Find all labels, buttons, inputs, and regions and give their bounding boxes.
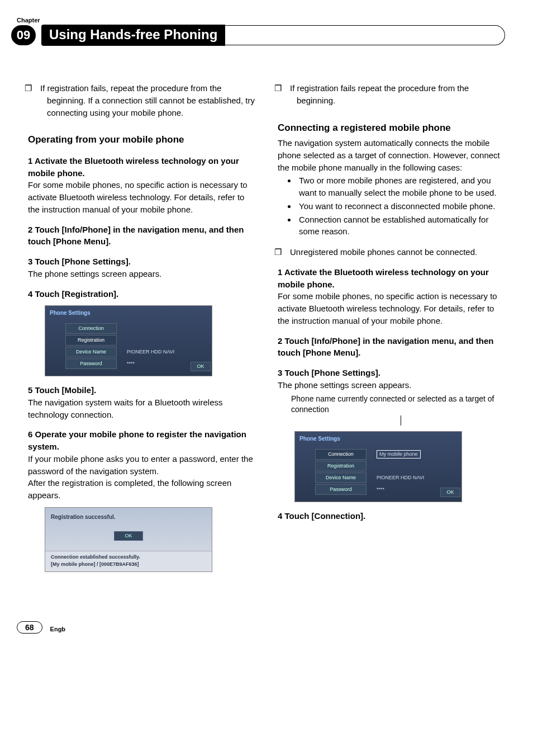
ps-devicename-button[interactable]: Device Name: [65, 347, 117, 357]
step-5-body: The navigation system waits for a Blueto…: [28, 396, 255, 421]
ps2-registration-button[interactable]: Registration: [315, 461, 367, 471]
registration-success-screenshot: Registration successful. OK Connection e…: [45, 507, 212, 573]
ps-password-button[interactable]: Password: [65, 358, 117, 369]
callout-line: [401, 415, 505, 426]
ps2-connection-value: My mobile phone: [377, 450, 421, 459]
step-6-body-2: After the registration is completed, the…: [28, 477, 255, 502]
chapter-number-badge: 09: [11, 25, 36, 45]
footer: 68 Engb: [28, 621, 505, 634]
lang-label: Engb: [50, 626, 66, 632]
ps-ok-button[interactable]: OK: [191, 362, 211, 371]
conn-established-line2: [My mobile phone] / [000E7B9AF636]: [51, 561, 206, 568]
step-1-label: 1 Activate the Bluetooth wireless techno…: [28, 155, 255, 179]
phone-settings-screenshot-1: Phone Settings Connection Registration D…: [45, 305, 212, 376]
chapter-label: Chapter: [17, 17, 505, 23]
step-5-label: 5 Touch [Mobile].: [28, 384, 255, 396]
chapter-title: Using Hands-free Phoning: [41, 25, 225, 46]
step-3-body: The phone settings screen appears.: [28, 268, 255, 280]
heading-connecting-registered: Connecting a registered mobile phone: [278, 121, 505, 135]
note-unregistered: Unregistered mobile phones cannot be con…: [278, 246, 505, 258]
ps2-ok-button[interactable]: OK: [440, 488, 460, 497]
step-3-label: 3 Touch [Phone Settings].: [28, 256, 255, 268]
ps2-password-button[interactable]: Password: [315, 484, 367, 495]
ps-title: Phone Settings: [50, 309, 207, 318]
phone-settings-screenshot-2: Phone Settings ConnectionMy mobile phone…: [294, 431, 462, 502]
callout-caption: Phone name currently connected or select…: [291, 394, 505, 415]
ps-devicename-value: PIONEER HDD NAVI: [127, 348, 174, 356]
ps2-password-value: ****: [377, 486, 384, 493]
note-reg-fail-2: If registration fails repeat the procedu…: [278, 82, 505, 107]
left-column: If registration fails, repeat the proced…: [28, 74, 255, 577]
ps2-devicename-value: PIONEER HDD NAVI: [377, 474, 424, 481]
step-2-label: 2 Touch [Info/Phone] in the navigation m…: [28, 224, 255, 248]
ps2-connection-button[interactable]: Connection: [315, 449, 367, 460]
right-column: If registration fails repeat the procedu…: [278, 74, 505, 577]
conn-established-line1: Connection established successfully.: [51, 554, 206, 561]
case-2: You want to reconnect a disconnected mob…: [297, 200, 505, 212]
r-step-4-label: 4 Touch [Connection].: [278, 510, 505, 522]
ps-password-value: ****: [127, 360, 135, 367]
step-6-label: 6 Operate your mobile phone to register …: [28, 428, 255, 453]
step-1-body: For some mobile phones, no specific acti…: [28, 179, 255, 215]
title-rule: [224, 25, 505, 45]
page-number: 68: [17, 621, 42, 634]
step-4-label: 4 Touch [Registration].: [28, 288, 255, 300]
r-step-1-body: For some mobile phones, no specific acti…: [278, 290, 505, 327]
title-row: 09 Using Hands-free Phoning: [11, 25, 505, 46]
r-step-1-label: 1 Activate the Bluetooth wireless techno…: [278, 266, 505, 291]
ps2-devicename-button[interactable]: Device Name: [315, 472, 367, 483]
heading-operating-mobile: Operating from your mobile phone: [28, 133, 255, 147]
connect-intro: The navigation system automatically conn…: [278, 137, 505, 173]
case-1: Two or more mobile phones are registered…: [297, 174, 505, 199]
reg-success-msg: Registration successful.: [51, 513, 206, 522]
r-step-2-label: 2 Touch [Info/Phone] in the navigation m…: [278, 335, 505, 360]
ps-registration-button[interactable]: Registration: [65, 335, 117, 346]
reg-ok-button[interactable]: OK: [114, 531, 143, 541]
ps2-title: Phone Settings: [299, 435, 457, 443]
ps-connection-button[interactable]: Connection: [65, 323, 117, 334]
note-reg-fail: If registration fails, repeat the proced…: [28, 82, 255, 119]
step-6-body-1: If your mobile phone asks you to enter a…: [28, 453, 255, 478]
r-step-3-body: The phone settings screen appears.: [278, 379, 505, 391]
r-step-3-label: 3 Touch [Phone Settings].: [278, 367, 505, 379]
case-3: Connection cannot be established automat…: [297, 214, 505, 238]
